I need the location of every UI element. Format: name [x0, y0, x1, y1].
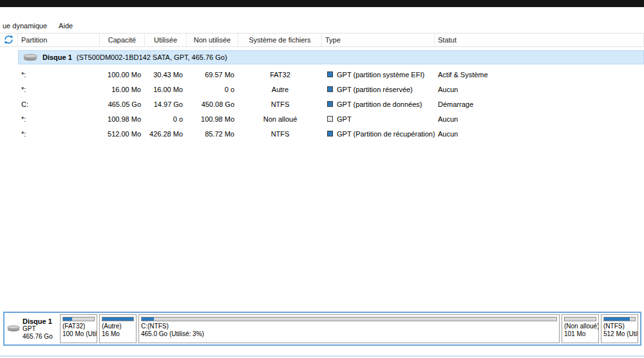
table-row[interactable]: *: 16.00 Mo 16.00 Mo 0 o Autre GPT (part…	[0, 82, 644, 97]
cell-type: GPT (partition système EFI)	[337, 71, 424, 79]
usage-gauge-fill	[63, 317, 72, 321]
window-bottom-border	[0, 355, 644, 357]
cell-filesystem: Autre	[238, 86, 322, 93]
usage-gauge	[603, 317, 636, 321]
column-header-capacity[interactable]: Capacité	[100, 33, 145, 46]
block-label-fs: (FAT32)	[62, 323, 95, 330]
cell-status: Actif & Système	[435, 71, 644, 79]
cell-used: 426.28 Mo	[145, 130, 187, 138]
table-row[interactable]: *: 512.00 Mo 426.28 Mo 85.72 Mo NTFS GPT…	[0, 126, 644, 141]
disk-map-partition-block[interactable]: C:(NTFS) 465.0 Go (Utilisé: 3%)	[138, 314, 560, 343]
cell-used: 30.43 Mo	[145, 71, 187, 79]
menu-item-disque-dynamique[interactable]: ue dynamique	[1, 21, 48, 31]
menu-item-aide[interactable]: Aide	[57, 21, 74, 31]
block-label-fs: (Non alloué)	[564, 323, 596, 330]
usage-gauge	[62, 317, 95, 321]
block-label-size: 16 Mo	[102, 330, 134, 338]
cell-capacity: 512.00 Mo	[100, 130, 145, 138]
cell-used: 16.00 Mo	[145, 86, 187, 93]
block-label-fs: C:(NTFS)	[141, 323, 557, 330]
disk-map-partition-block[interactable]: (Autre) 16 Mo	[99, 314, 137, 343]
column-header-status[interactable]: Statut	[435, 33, 644, 46]
cell-capacity: 100.98 Mo	[100, 115, 145, 123]
partition-type-swatch	[327, 116, 333, 122]
partition-table: Disque 1 (ST500DM002-1BD142 SATA, GPT, 4…	[0, 50, 644, 141]
cell-status: Aucun	[435, 86, 644, 93]
partition-type-swatch	[327, 131, 333, 137]
column-header-filesystem[interactable]: Système de fichiers	[238, 33, 322, 46]
refresh-icon	[4, 35, 14, 46]
cell-filesystem: NTFS	[238, 100, 322, 108]
block-label-size: 100 Mo (Utilis	[62, 330, 95, 338]
partition-type-swatch	[327, 86, 333, 92]
cell-filesystem: Non alloué	[238, 115, 322, 123]
disk-map-disk-size: 465.76 Go	[23, 333, 53, 341]
cell-unused: 100.98 Mo	[187, 115, 238, 123]
partition-type-swatch	[327, 101, 333, 107]
block-label-fs: (Autre)	[102, 323, 134, 330]
cell-capacity: 465.05 Go	[100, 100, 145, 108]
cell-capacity: 16.00 Mo	[100, 86, 145, 93]
partition-rows: *: 100.00 Mo 30.43 Mo 69.57 Mo FAT32 GPT…	[0, 67, 644, 141]
disk-map-disk-info[interactable]: Disque 1 GPT 465.76 Go	[6, 314, 58, 343]
cell-status: Démarrage	[435, 100, 644, 108]
table-row[interactable]: C: 465.05 Go 14.97 Go 450.08 Go NTFS GPT…	[0, 97, 644, 111]
cell-partition: *:	[18, 71, 100, 79]
disk-map-partition-block[interactable]: (NTFS) 512 Mo (Utilis	[601, 314, 638, 343]
cell-unused: 450.08 Go	[187, 100, 238, 108]
cell-partition: *:	[18, 115, 100, 123]
disk-icon	[23, 53, 38, 62]
column-header-partition[interactable]: Partition	[18, 33, 100, 46]
menu-bar: ue dynamique Aide	[0, 20, 644, 32]
block-label-size: 101 Mo	[564, 330, 596, 338]
usage-gauge-fill	[102, 317, 133, 321]
cell-status: Aucun	[435, 115, 644, 123]
cell-unused: 69.57 Mo	[187, 71, 238, 79]
column-header-used[interactable]: Utilisée	[145, 33, 187, 46]
partition-type-swatch	[327, 71, 333, 77]
disk-group-row[interactable]: Disque 1 (ST500DM002-1BD142 SATA, GPT, 4…	[18, 50, 644, 64]
cell-used: 14.97 Go	[145, 100, 187, 108]
usage-gauge	[564, 317, 596, 321]
disk-map-partition-block[interactable]: (Non alloué) 101 Mo	[562, 314, 599, 343]
window-titlebar	[0, 0, 644, 7]
table-row[interactable]: *: 100.98 Mo 0 o 100.98 Mo Non alloué GP…	[0, 111, 644, 126]
disk-map-disk-scheme: GPT	[23, 325, 53, 333]
disk-icon	[6, 323, 21, 335]
block-label-size: 512 Mo (Utilis	[603, 330, 636, 338]
disk-details: (ST500DM002-1BD142 SATA, GPT, 465.76 Go)	[77, 53, 227, 61]
disk-name: Disque 1	[43, 53, 72, 61]
block-label-fs: (NTFS)	[603, 323, 636, 330]
cell-type: GPT (Partition de récupération)	[337, 130, 435, 138]
cell-type: GPT (partition de données)	[337, 100, 422, 108]
cell-status: Aucun	[435, 130, 644, 138]
table-row[interactable]: *: 100.00 Mo 30.43 Mo 69.57 Mo FAT32 GPT…	[0, 67, 644, 82]
usage-gauge	[141, 317, 557, 321]
block-label-size: 465.0 Go (Utilisé: 3%)	[141, 330, 557, 338]
cell-unused: 0 o	[187, 86, 238, 93]
cell-capacity: 100.00 Mo	[100, 71, 145, 79]
cell-filesystem: FAT32	[238, 71, 322, 79]
disk-map-disk-name: Disque 1	[23, 317, 53, 325]
cell-unused: 85.72 Mo	[187, 130, 238, 138]
disk-map-partition-block[interactable]: (FAT32) 100 Mo (Utilis	[60, 314, 97, 343]
cell-type: GPT (partition réservée)	[337, 86, 413, 93]
refresh-button[interactable]	[3, 33, 15, 46]
usage-gauge	[102, 317, 134, 321]
cell-partition: C:	[18, 100, 100, 108]
disk-map-panel: Disque 1 GPT 465.76 Go (FAT32) 100 Mo (U…	[3, 312, 641, 346]
column-header-unused[interactable]: Non utilisée	[187, 33, 238, 46]
cell-type: GPT	[337, 115, 352, 123]
usage-gauge-fill	[142, 317, 154, 321]
table-header: Partition Capacité Utilisée Non utilisée…	[0, 33, 644, 47]
cell-filesystem: NTFS	[238, 130, 322, 138]
cell-partition: *:	[18, 130, 100, 138]
column-header-type[interactable]: Type	[322, 33, 435, 46]
cell-used: 0 o	[145, 115, 187, 123]
usage-gauge-fill	[604, 317, 630, 321]
cell-partition: *:	[18, 86, 100, 93]
